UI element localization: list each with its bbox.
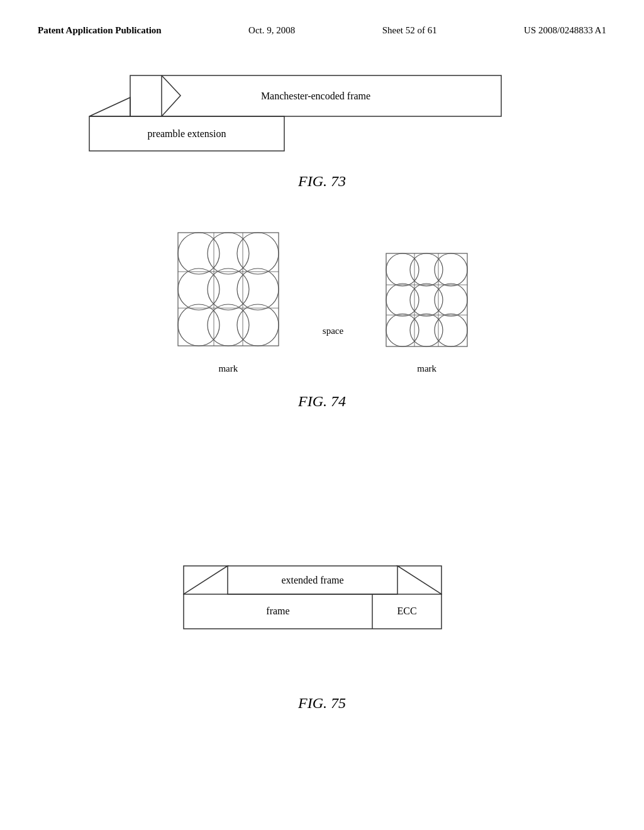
page-header: Patent Application Publication Oct. 9, 2… [38, 25, 606, 36]
svg-marker-2 [89, 97, 130, 116]
svg-point-7 [237, 233, 279, 274]
extended-frame-label: extended frame [281, 575, 343, 585]
mark1-label: mark [218, 363, 238, 374]
space-label: space [323, 326, 343, 336]
svg-point-24 [435, 284, 467, 316]
fig73-section: Manchester-encoded frame preamble extens… [38, 69, 606, 214]
fig75-label: FIG. 75 [38, 695, 606, 712]
sheet-info: Sheet 52 of 61 [382, 25, 437, 36]
fig73-diagram: Manchester-encoded frame preamble extens… [70, 69, 574, 170]
frame-label: frame [266, 606, 289, 616]
publication-title: Patent Application Publication [38, 25, 162, 36]
svg-point-13 [237, 304, 279, 346]
svg-point-26 [410, 314, 443, 346]
mark2-label: mark [417, 363, 436, 374]
svg-marker-34 [397, 566, 441, 594]
fig74-label: FIG. 74 [38, 393, 606, 410]
svg-point-23 [410, 284, 443, 316]
fig74-section: mark space [38, 226, 606, 410]
fig75-section: extended frame frame ECC FIG. 75 [38, 553, 606, 712]
manchester-label: Manchester-encoded frame [261, 91, 370, 101]
fig73-label: FIG. 73 [298, 173, 346, 189]
flower-diagram-group: mark space [38, 226, 606, 380]
publication-date: Oct. 9, 2008 [248, 25, 295, 36]
svg-marker-32 [184, 566, 228, 594]
svg-point-27 [435, 314, 467, 346]
preamble-label: preamble extension [148, 128, 226, 140]
svg-rect-4 [178, 233, 279, 346]
svg-rect-18 [386, 253, 467, 346]
svg-point-20 [410, 253, 443, 286]
ecc-label: ECC [397, 606, 416, 616]
svg-point-19 [386, 253, 419, 286]
mark1-item: mark [172, 226, 285, 374]
mark2-item: mark [381, 248, 472, 374]
svg-point-10 [237, 268, 279, 310]
space-label-item: space [323, 326, 343, 374]
mark2-svg [381, 248, 472, 358]
svg-point-25 [386, 314, 419, 346]
patent-number: US 2008/0248833 A1 [524, 25, 606, 36]
svg-point-22 [386, 284, 419, 316]
svg-point-21 [435, 253, 467, 286]
fig75-diagram: extended frame frame ECC [146, 553, 498, 676]
mark1-svg [172, 226, 285, 358]
